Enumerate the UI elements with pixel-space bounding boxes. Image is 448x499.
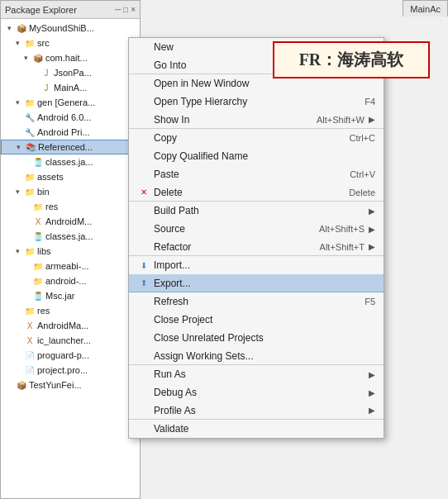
tree-item-assets[interactable]: 📁 assets bbox=[1, 169, 140, 184]
tree-item-android6[interactable]: 🔧 Android 6.0... bbox=[1, 110, 140, 125]
context-menu: New ▶ Go Into Open in New Window Open Ty… bbox=[128, 37, 384, 439]
tree-item-res[interactable]: 📁 res bbox=[1, 199, 140, 214]
main-ac-tab[interactable]: MainAc bbox=[403, 0, 448, 17]
shortcut-refactor: Alt+Shift+T bbox=[320, 242, 365, 252]
menu-item-paste[interactable]: Paste Ctrl+V bbox=[129, 165, 384, 183]
tree-item-androidma[interactable]: X AndroidMa... bbox=[1, 318, 140, 333]
menu-label-import: Import... bbox=[154, 259, 375, 271]
menu-label-assign-working: Assign Working Sets... bbox=[154, 350, 375, 362]
tree-item-androidm[interactable]: X AndroidM... bbox=[1, 214, 140, 229]
tree-label: src bbox=[37, 38, 50, 48]
menu-label-refresh: Refresh bbox=[154, 296, 348, 307]
tree-item-mysoundshi[interactable]: 📦 MySoundShiB... bbox=[1, 21, 140, 36]
menu-label-run-as: Run As bbox=[154, 368, 365, 380]
xml-icon: X bbox=[24, 320, 36, 331]
tree-label: android-... bbox=[45, 276, 87, 286]
java-file-icon: J bbox=[41, 67, 52, 78]
file-tree: 📦 MySoundShiB... 📁 src 📦 com.hait... J J… bbox=[1, 19, 140, 394]
menu-item-delete[interactable]: ✕ Delete Delete bbox=[129, 183, 384, 202]
lib-icon: 🔧 bbox=[24, 126, 36, 138]
menu-item-copy[interactable]: Copy Ctrl+C bbox=[129, 129, 384, 147]
shortcut-refresh: F5 bbox=[365, 297, 375, 307]
tree-label: res bbox=[45, 202, 58, 211]
menu-icon-refresh bbox=[137, 295, 150, 308]
menu-item-assign-working[interactable]: Assign Working Sets... bbox=[129, 347, 384, 365]
menu-icon-debug-as bbox=[137, 386, 150, 399]
tree-label: res bbox=[37, 306, 50, 316]
arrow-icon bbox=[16, 39, 24, 47]
tree-label: libs bbox=[37, 246, 51, 256]
menu-label-build-path: Build Path bbox=[154, 205, 365, 216]
menu-item-debug-as[interactable]: Debug As ▶ bbox=[129, 383, 384, 402]
close-icon[interactable]: × bbox=[131, 5, 136, 14]
java-file-icon: J bbox=[41, 82, 52, 93]
tree-item-maina[interactable]: J MainA... bbox=[1, 80, 140, 95]
menu-item-copy-qualified[interactable]: Copy Qualified Name bbox=[129, 147, 384, 165]
maximize-icon[interactable]: □ bbox=[123, 5, 128, 14]
tree-item-jsonpa[interactable]: J JsonPa... bbox=[1, 65, 140, 80]
src-icon: 📁 bbox=[24, 37, 36, 49]
arrow-icon bbox=[16, 247, 24, 255]
main-ac-tab-label: MainAc bbox=[410, 4, 441, 14]
tree-label: bin bbox=[37, 187, 50, 197]
tree-label: Android 6.0... bbox=[37, 112, 91, 122]
tree-label: MainA... bbox=[54, 83, 87, 93]
tree-item-androidpri[interactable]: 🔧 Android Pri... bbox=[1, 125, 140, 140]
fr-watermark-box: FR：海涛高软 bbox=[273, 41, 430, 78]
tree-item-armeabi[interactable]: 📁 armeabi-... bbox=[1, 259, 140, 273]
arrow-icon bbox=[7, 24, 16, 32]
shortcut-source: Alt+Shift+S bbox=[319, 224, 365, 234]
delete-icon: ✕ bbox=[137, 186, 150, 199]
lib-icon: 🔧 bbox=[24, 112, 36, 123]
tree-item-projectpro[interactable]: 📄 project.pro... bbox=[1, 363, 140, 378]
tree-label: gen [Genera... bbox=[37, 97, 95, 107]
tree-item-res2[interactable]: 📁 res bbox=[1, 303, 140, 318]
tree-item-testyunfei[interactable]: 📦 TestYunFei... bbox=[1, 378, 140, 392]
menu-item-profile-as[interactable]: Profile As ▶ bbox=[129, 402, 384, 420]
minimize-icon[interactable]: ─ bbox=[115, 5, 121, 14]
menu-label-source: Source bbox=[154, 223, 303, 235]
folder-icon: 📁 bbox=[32, 275, 44, 287]
menu-item-close-unrelated[interactable]: Close Unrelated Projects bbox=[129, 329, 384, 347]
tree-item-iclauncher[interactable]: X ic_launcher... bbox=[1, 333, 140, 348]
tree-label: Referenced... bbox=[38, 142, 93, 152]
menu-icon-copy bbox=[137, 131, 150, 145]
tree-item-src[interactable]: 📁 src bbox=[1, 36, 140, 50]
tree-item-classesja[interactable]: 🫙 classes.ja... bbox=[1, 154, 140, 169]
menu-label-debug-as: Debug As bbox=[154, 387, 365, 398]
folder-icon: 📁 bbox=[32, 201, 44, 212]
arrow-icon bbox=[16, 98, 24, 107]
menu-icon-go-into bbox=[137, 59, 150, 72]
menu-icon-build-path bbox=[137, 204, 150, 217]
shortcut-show-in: Alt+Shift+W bbox=[317, 115, 365, 125]
menu-icon-refactor bbox=[137, 240, 150, 254]
menu-icon-new bbox=[137, 40, 150, 54]
tree-item-referenced[interactable]: 📚 Referenced... bbox=[1, 140, 140, 154]
shortcut-copy: Ctrl+C bbox=[350, 133, 375, 143]
tree-item-mscjar[interactable]: 🫙 Msc.jar bbox=[1, 288, 140, 303]
menu-item-validate[interactable]: Validate bbox=[129, 420, 384, 438]
menu-item-open-type-hierarchy[interactable]: Open Type Hierarchy F4 bbox=[129, 93, 384, 111]
menu-item-source[interactable]: Source Alt+Shift+S ▶ bbox=[129, 220, 384, 238]
menu-item-refactor[interactable]: Refactor Alt+Shift+T ▶ bbox=[129, 238, 384, 256]
tree-item-classesja2[interactable]: 🫙 classes.ja... bbox=[1, 229, 140, 244]
tree-item-bin[interactable]: 📁 bin bbox=[1, 184, 140, 199]
tree-label: project.pro... bbox=[37, 365, 88, 375]
menu-item-build-path[interactable]: Build Path ▶ bbox=[129, 202, 384, 220]
menu-item-show-in[interactable]: Show In Alt+Shift+W ▶ bbox=[129, 111, 384, 129]
tree-item-android-[interactable]: 📁 android-... bbox=[1, 273, 140, 288]
tree-item-gen[interactable]: 📁 gen [Genera... bbox=[1, 95, 140, 110]
menu-item-export[interactable]: ⬆ Export... bbox=[129, 274, 384, 292]
tree-item-com-hait[interactable]: 📦 com.hait... bbox=[1, 50, 140, 65]
tree-item-libs[interactable]: 📁 libs bbox=[1, 244, 140, 259]
menu-item-run-as[interactable]: Run As ▶ bbox=[129, 365, 384, 383]
menu-label-close-unrelated: Close Unrelated Projects bbox=[154, 332, 375, 344]
menu-item-close-project[interactable]: Close Project bbox=[129, 311, 384, 329]
menu-item-refresh[interactable]: Refresh F5 bbox=[129, 292, 384, 311]
menu-label-copy-qualified: Copy Qualified Name bbox=[154, 150, 375, 162]
menu-item-import[interactable]: ⬇ Import... bbox=[129, 256, 384, 274]
menu-icon-close-project bbox=[137, 313, 150, 326]
submenu-arrow: ▶ bbox=[369, 115, 375, 124]
tree-item-proguardp[interactable]: 📄 proguard-p... bbox=[1, 348, 140, 363]
submenu-arrow: ▶ bbox=[369, 225, 375, 234]
